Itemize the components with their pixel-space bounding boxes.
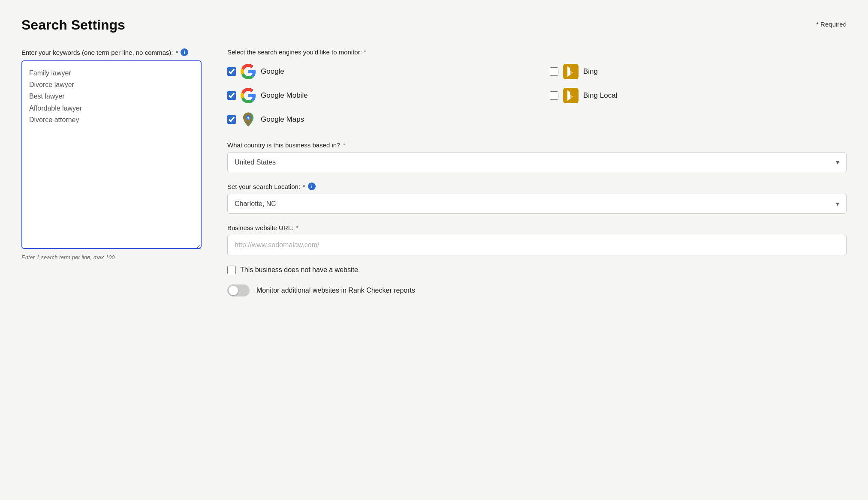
- keywords-info-icon[interactable]: i: [181, 48, 188, 56]
- engine-name-google-maps: Google Maps: [261, 115, 304, 124]
- bing-icon: [563, 63, 579, 80]
- monitor-toggle-row: Monitor additional websites in Rank Chec…: [227, 284, 847, 296]
- url-field: Business website URL: *: [227, 224, 847, 255]
- url-label: Business website URL: *: [227, 224, 847, 231]
- engine-item-google-maps: Google Maps: [227, 111, 524, 128]
- page-title: Search Settings: [21, 17, 125, 33]
- engine-item-bing: Bing: [550, 63, 847, 80]
- engine-checkbox-bing-local[interactable]: [550, 91, 558, 100]
- engine-name-google-mobile: Google Mobile: [261, 91, 308, 100]
- search-engines-grid: Google Bing: [227, 63, 847, 128]
- svg-point-7: [247, 117, 250, 119]
- engine-name-google: Google: [261, 67, 284, 76]
- bing-local-icon: [563, 87, 579, 104]
- monitor-toggle[interactable]: [227, 284, 250, 296]
- location-info-icon[interactable]: i: [308, 183, 316, 190]
- keywords-required-star: *: [175, 49, 178, 56]
- engine-checkbox-google-mobile[interactable]: [227, 91, 236, 100]
- engine-name-bing-local: Bing Local: [583, 91, 617, 100]
- content-area: Enter your keywords (one term per line, …: [21, 48, 847, 296]
- engine-checkbox-bing[interactable]: [550, 67, 558, 76]
- required-note: * Required: [816, 21, 847, 28]
- keywords-hint: Enter 1 search term per line, max 100: [21, 254, 202, 260]
- engines-section-label: Select the search engines you'd like to …: [227, 48, 847, 56]
- no-website-label: This business does not have a website: [240, 266, 358, 274]
- google-icon: [240, 63, 256, 80]
- left-column: Enter your keywords (one term per line, …: [21, 48, 202, 260]
- page-header: Search Settings * Required: [21, 17, 847, 33]
- google-mobile-icon: [240, 87, 256, 104]
- location-select[interactable]: Charlotte, NC: [227, 194, 847, 214]
- no-website-row: This business does not have a website: [227, 266, 847, 274]
- engine-checkbox-google-maps[interactable]: [227, 115, 236, 124]
- keywords-label: Enter your keywords (one term per line, …: [21, 48, 202, 56]
- toggle-track: [227, 284, 250, 296]
- engine-item-google: Google: [227, 63, 524, 80]
- engine-name-bing: Bing: [583, 67, 598, 76]
- no-website-checkbox[interactable]: [227, 266, 236, 274]
- country-select[interactable]: United States United Kingdom Canada Aust…: [227, 152, 847, 172]
- monitor-toggle-label: Monitor additional websites in Rank Chec…: [256, 287, 415, 294]
- url-input[interactable]: [227, 235, 847, 255]
- right-column: Select the search engines you'd like to …: [227, 48, 847, 296]
- engine-checkbox-google[interactable]: [227, 67, 236, 76]
- engine-item-google-mobile: Google Mobile: [227, 87, 524, 104]
- country-field: What country is this business based in? …: [227, 141, 847, 172]
- location-select-wrapper: Charlotte, NC ▼: [227, 194, 847, 214]
- country-select-wrapper: United States United Kingdom Canada Aust…: [227, 152, 847, 172]
- country-label: What country is this business based in? …: [227, 141, 847, 149]
- google-maps-icon: [240, 111, 256, 128]
- keywords-textarea[interactable]: Family lawyer Divorce lawyer Best lawyer…: [21, 60, 202, 249]
- location-field: Set your search Location: * i Charlotte,…: [227, 183, 847, 214]
- engine-item-bing-local: Bing Local: [550, 87, 847, 104]
- location-label: Set your search Location: * i: [227, 183, 847, 190]
